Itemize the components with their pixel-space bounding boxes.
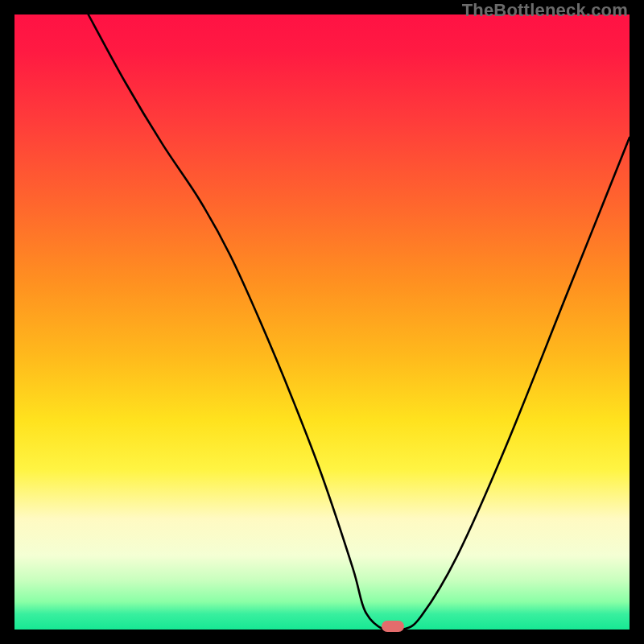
- attribution-link[interactable]: TheBottleneck.com: [462, 0, 628, 21]
- chart-frame: TheBottleneck.com: [0, 0, 644, 644]
- optimal-point-marker: [382, 621, 404, 632]
- bottleneck-curve: [14, 14, 630, 630]
